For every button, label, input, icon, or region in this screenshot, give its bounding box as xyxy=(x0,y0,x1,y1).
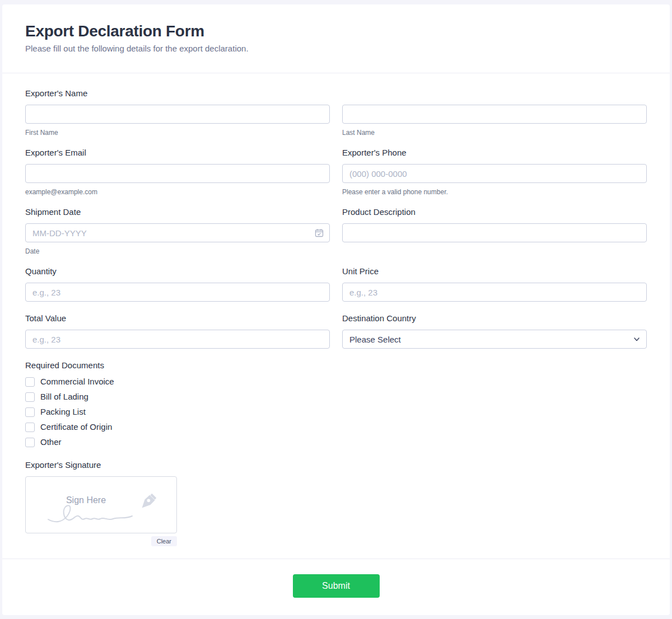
signature-clear-button[interactable]: Clear xyxy=(151,536,177,546)
checkbox-label[interactable]: Packing List xyxy=(40,407,86,417)
chevron-down-icon xyxy=(633,336,640,343)
calendar-icon[interactable] xyxy=(315,228,324,237)
field-signature: Exporter's Signature Sign Here Clear xyxy=(25,461,647,546)
row-total-country: Total Value Destination Country Please S… xyxy=(25,314,647,349)
shipment-date-wrap xyxy=(25,223,330,242)
pen-nib-icon xyxy=(141,493,157,509)
row-quantity-price: Quantity Unit Price xyxy=(25,267,647,302)
field-unit-price: Unit Price xyxy=(342,267,647,302)
first-name-input[interactable] xyxy=(25,105,330,124)
field-first-name: Exporter's Name First Name xyxy=(25,89,330,136)
exporter-name-label: Exporter's Name xyxy=(25,89,330,98)
field-last-name: Last Name xyxy=(342,89,647,136)
destination-country-value: Please Select xyxy=(349,335,401,344)
field-destination-country: Destination Country Please Select xyxy=(342,314,647,349)
form-card: Export Declaration Form Please fill out … xyxy=(2,4,670,615)
checkbox-label[interactable]: Bill of Lading xyxy=(40,392,88,402)
product-description-label: Product Description xyxy=(342,208,647,217)
email-label: Exporter's Email xyxy=(25,148,330,157)
email-sublabel: example@example.com xyxy=(25,189,330,195)
first-name-sublabel: First Name xyxy=(25,129,330,136)
shipment-date-label: Shipment Date xyxy=(25,208,330,217)
destination-country-label: Destination Country xyxy=(342,314,647,323)
checkbox-row-certificate-of-origin[interactable]: Certificate of Origin xyxy=(25,422,647,432)
unit-price-label: Unit Price xyxy=(342,267,647,276)
checkbox-label[interactable]: Commercial Invoice xyxy=(40,377,114,387)
field-required-documents: Required Documents Commercial Invoice Bi… xyxy=(25,361,647,447)
total-value-label: Total Value xyxy=(25,314,330,323)
last-name-sublabel: Last Name xyxy=(342,129,647,136)
phone-sublabel: Please enter a valid phone number. xyxy=(342,189,647,195)
product-description-input[interactable] xyxy=(342,223,647,242)
clear-row: Clear xyxy=(25,536,177,546)
checkbox-bill-of-lading[interactable] xyxy=(25,392,35,402)
quantity-input[interactable] xyxy=(25,283,330,302)
field-phone: Exporter's Phone Please enter a valid ph… xyxy=(342,148,647,195)
last-name-label-spacer xyxy=(342,89,647,98)
phone-label: Exporter's Phone xyxy=(342,148,647,157)
checkbox-row-bill-of-lading[interactable]: Bill of Lading xyxy=(25,392,647,402)
form-footer: Submit xyxy=(2,559,670,613)
field-total-value: Total Value xyxy=(25,314,330,349)
phone-input[interactable] xyxy=(342,164,647,183)
last-name-input[interactable] xyxy=(342,105,647,124)
email-input[interactable] xyxy=(25,164,330,183)
checkbox-label[interactable]: Certificate of Origin xyxy=(40,422,112,432)
row-date-description: Shipment Date Date Product Description xyxy=(25,208,647,255)
field-quantity: Quantity xyxy=(25,267,330,302)
form-body: Exporter's Name First Name Last Name Exp… xyxy=(2,73,670,546)
field-product-description: Product Description xyxy=(342,208,647,255)
field-shipment-date: Shipment Date Date xyxy=(25,208,330,255)
checkbox-packing-list[interactable] xyxy=(25,407,35,417)
page-subtitle: Please fill out the following details fo… xyxy=(25,43,647,54)
signature-label: Exporter's Signature xyxy=(25,461,647,470)
required-documents-label: Required Documents xyxy=(25,361,647,370)
checkbox-label[interactable]: Other xyxy=(40,437,62,447)
quantity-label: Quantity xyxy=(25,267,330,276)
form-header: Export Declaration Form Please fill out … xyxy=(2,4,670,73)
shipment-date-sublabel: Date xyxy=(25,248,330,255)
row-email-phone: Exporter's Email example@example.com Exp… xyxy=(25,148,647,195)
checkbox-certificate-of-origin[interactable] xyxy=(25,423,35,432)
checkbox-commercial-invoice[interactable] xyxy=(25,377,35,387)
checkbox-row-packing-list[interactable]: Packing List xyxy=(25,407,647,417)
submit-button[interactable]: Submit xyxy=(293,574,380,598)
unit-price-input[interactable] xyxy=(342,283,647,302)
destination-country-select[interactable]: Please Select xyxy=(342,330,647,349)
signature-squiggle xyxy=(47,501,137,525)
checkbox-row-commercial-invoice[interactable]: Commercial Invoice xyxy=(25,377,647,387)
total-value-input[interactable] xyxy=(25,330,330,349)
shipment-date-input[interactable] xyxy=(25,223,330,242)
row-exporter-name: Exporter's Name First Name Last Name xyxy=(25,89,647,136)
field-email: Exporter's Email example@example.com xyxy=(25,148,330,195)
checkbox-row-other[interactable]: Other xyxy=(25,437,647,447)
signature-pad[interactable]: Sign Here xyxy=(25,476,177,533)
checkbox-other[interactable] xyxy=(25,438,35,447)
page-title: Export Declaration Form xyxy=(25,23,647,40)
